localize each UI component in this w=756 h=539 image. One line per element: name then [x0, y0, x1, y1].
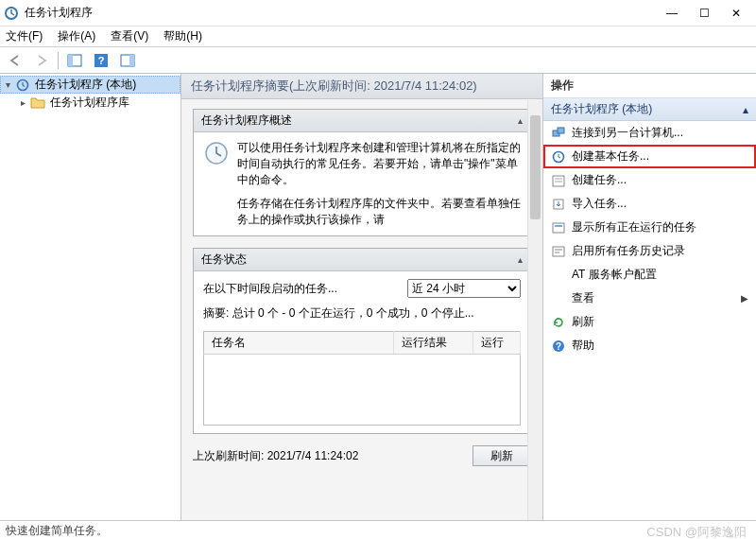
action-create[interactable]: 创建任务... — [543, 168, 756, 192]
overview-title: 任务计划程序概述 — [201, 113, 292, 129]
action-label: 显示所有正在运行的任务 — [572, 219, 696, 235]
minimize-button[interactable]: — — [656, 3, 688, 24]
action-label: 导入任务... — [572, 196, 627, 212]
svg-rect-14 — [553, 223, 564, 233]
tree-library-label: 任务计划程序库 — [50, 95, 129, 111]
last-refresh-label: 上次刷新时间: 2021/7/4 11:24:02 — [193, 448, 472, 464]
collapse-icon[interactable]: ▴ — [518, 115, 523, 126]
col-task-name[interactable]: 任务名 — [204, 332, 394, 355]
actions-pane-button[interactable] — [116, 50, 139, 71]
toolbar: ? — [0, 47, 756, 74]
window-controls: — ☐ ✕ — [656, 3, 752, 24]
close-button[interactable]: ✕ — [720, 3, 752, 24]
panel-toggle-button[interactable] — [63, 50, 86, 71]
action-refresh[interactable]: 刷新 — [543, 310, 756, 334]
menu-view[interactable]: 查看(V) — [111, 28, 148, 44]
action-at[interactable]: AT 服务帐户配置 — [543, 263, 756, 287]
action-label: 连接到另一台计算机... — [572, 125, 683, 141]
watermark: CSDN @阿黎逸阳 — [646, 524, 747, 539]
statusbar: 快速创建简单任务。 — [0, 520, 756, 539]
menu-file[interactable]: 文件(F) — [6, 28, 43, 44]
actions-panel: 操作 任务计划程序 (本地)▴ 连接到另一台计算机...创建基本任务...创建任… — [542, 74, 756, 520]
tree-root-label: 任务计划程序 (本地) — [35, 77, 136, 93]
svg-rect-6 — [129, 55, 134, 66]
overview-text-2: 任务存储在任务计划程序库的文件夹中。若要查看单独任务上的操作或执行该操作，请 — [237, 196, 521, 228]
action-label: 创建基本任务... — [572, 148, 649, 165]
tree-root-node[interactable]: ▾ 任务计划程序 (本地) — [0, 76, 180, 94]
action-import[interactable]: 导入任务... — [543, 192, 756, 216]
col-run-result[interactable]: 运行结果 — [394, 332, 473, 355]
action-help[interactable]: ?帮助 — [543, 334, 756, 357]
svg-rect-2 — [68, 55, 73, 66]
action-connect[interactable]: 连接到另一台计算机... — [543, 121, 756, 145]
overview-panel: 任务计划程序概述▴ 可以使用任务计划程序来创建和管理计算机将在所指定的时间自动执… — [193, 109, 531, 236]
menu-action[interactable]: 操作(A) — [58, 28, 95, 44]
action-label: AT 服务帐户配置 — [572, 267, 657, 283]
forward-button[interactable] — [30, 50, 53, 71]
expand-icon[interactable]: ▸ — [17, 97, 28, 108]
help-icon: ? — [551, 339, 566, 354]
center-panel: 任务计划程序摘要(上次刷新时间: 2021/7/4 11:24:02) 任务计划… — [181, 74, 542, 520]
svg-rect-10 — [558, 128, 564, 133]
task-table: 任务名 运行结果 运行 — [203, 331, 521, 426]
connect-icon — [551, 126, 566, 141]
action-view[interactable]: 查看▶ — [543, 287, 756, 310]
action-label: 帮助 — [572, 338, 594, 354]
history-icon — [551, 244, 566, 259]
summary-header: 任务计划程序摘要(上次刷新时间: 2021/7/4 11:24:02) — [181, 74, 542, 99]
running-icon — [551, 220, 566, 235]
action-label: 刷新 — [572, 314, 594, 330]
action-label: 查看 — [572, 290, 594, 306]
action-running[interactable]: 显示所有正在运行的任务 — [543, 216, 756, 239]
library-folder-icon — [30, 96, 45, 111]
action-label: 创建任务... — [572, 172, 627, 188]
import-icon — [551, 197, 566, 212]
status-label: 在以下时间段启动的任务... — [203, 281, 400, 297]
refresh-button[interactable]: 刷新 — [472, 445, 531, 466]
collapse-icon[interactable]: ▴ — [518, 254, 523, 265]
menu-help[interactable]: 帮助(H) — [163, 28, 202, 44]
status-summary: 摘要: 总计 0 个 - 0 个正在运行，0 个成功，0 个停止... — [203, 305, 521, 322]
action-create-basic[interactable]: 创建基本任务... — [543, 145, 756, 168]
tree-library-node[interactable]: ▸ 任务计划程序库 — [0, 94, 180, 112]
create-icon — [551, 173, 566, 188]
back-button[interactable] — [4, 50, 26, 71]
overview-text-1: 可以使用任务计划程序来创建和管理计算机将在所指定的时间自动执行的常见任务。若要开… — [237, 140, 521, 188]
status-title: 任务状态 — [201, 252, 247, 268]
time-range-select[interactable]: 近 24 小时 — [407, 279, 521, 298]
toolbar-separator — [58, 52, 59, 69]
actions-section-label: 任务计划程序 (本地) — [551, 101, 652, 117]
col-run[interactable]: 运行 — [472, 332, 520, 355]
app-icon — [4, 6, 19, 21]
scheduler-icon — [15, 78, 30, 93]
action-history[interactable]: 启用所有任务历史记录 — [543, 239, 756, 263]
svg-rect-15 — [555, 225, 562, 227]
svg-rect-16 — [553, 247, 564, 256]
maximize-button[interactable]: ☐ — [688, 3, 720, 24]
submenu-arrow-icon: ▶ — [741, 293, 748, 304]
at-icon — [551, 268, 566, 283]
view-icon — [551, 291, 566, 306]
expand-icon[interactable]: ▾ — [2, 79, 13, 90]
collapse-icon[interactable]: ▴ — [743, 103, 748, 116]
menubar: 文件(F) 操作(A) 查看(V) 帮助(H) — [0, 26, 756, 47]
help-button[interactable]: ? — [90, 50, 112, 71]
titlebar: 任务计划程序 — ☐ ✕ — [0, 0, 756, 26]
svg-text:?: ? — [98, 55, 105, 66]
status-panel: 任务状态▴ 在以下时间段启动的任务... 近 24 小时 摘要: 总计 0 个 … — [193, 248, 531, 434]
create-basic-icon — [551, 149, 566, 165]
window-title: 任务计划程序 — [25, 5, 656, 21]
tree-panel: ▾ 任务计划程序 (本地) ▸ 任务计划程序库 — [0, 74, 181, 520]
refresh-icon — [551, 315, 566, 330]
svg-text:?: ? — [556, 341, 561, 352]
clock-icon — [203, 140, 230, 228]
scrollbar[interactable] — [527, 100, 542, 520]
actions-header: 操作 — [543, 74, 756, 98]
action-label: 启用所有任务历史记录 — [572, 243, 685, 259]
